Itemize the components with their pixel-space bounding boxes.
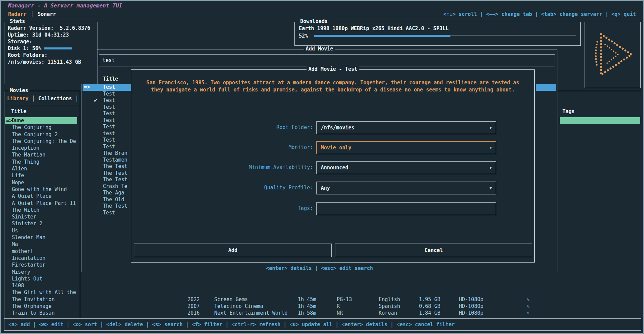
- monitor-value: Movie only: [321, 145, 351, 151]
- selection-arrow: [6, 227, 12, 234]
- movie-title: 1408: [12, 282, 24, 289]
- search-result-row[interactable]: Test: [83, 91, 131, 98]
- selection-arrow: [83, 190, 94, 196]
- search-result-row[interactable]: Test: [83, 110, 131, 117]
- selection-arrow: [6, 145, 12, 151]
- cell-size: 1.84 GB: [419, 310, 440, 316]
- result-title: The Bran: [103, 150, 131, 157]
- search-result-row[interactable]: The Test: [83, 203, 131, 210]
- tab-collections[interactable]: Collections: [38, 96, 72, 102]
- disk-usage-row: Disk 1: 56%: [8, 45, 94, 52]
- search-result-row[interactable]: Test: [83, 210, 131, 216]
- movie-list-item[interactable]: Alien: [5, 165, 80, 172]
- selection-arrow: [83, 163, 94, 170]
- root-folder-select[interactable]: /nfs/movies▼: [316, 121, 496, 134]
- search-result-row[interactable]: The Aga: [83, 190, 131, 196]
- movie-list-item[interactable]: Sinister 2: [5, 220, 80, 227]
- tab-sonarr[interactable]: Sonarr: [38, 11, 56, 17]
- library-table-row[interactable]: 2022Screen Gems1h 45mPG-13English1.95 GB…: [1, 296, 643, 303]
- movie-list-item[interactable]: A Quiet Place Part II: [5, 200, 80, 207]
- check-icon: [94, 170, 103, 177]
- search-result-row[interactable]: ✔Test: [83, 97, 131, 104]
- movie-list-item[interactable]: The Witch: [5, 207, 80, 213]
- selection-arrow: [83, 176, 94, 183]
- movie-list-item[interactable]: Ma: [5, 241, 80, 248]
- movie-list-item[interactable]: 1408: [5, 282, 80, 289]
- monitor-select[interactable]: Movie only▼: [316, 141, 496, 154]
- movie-list-item[interactable]: The Conjuring 2: [5, 131, 80, 138]
- search-result-row[interactable]: Test: [83, 104, 131, 111]
- minimum-availability-select[interactable]: Announced▼: [316, 161, 496, 174]
- movie-list-item[interactable]: Slender Man: [5, 234, 80, 241]
- chevron-down-icon: ▼: [489, 186, 492, 190]
- movies-panel: Movies Library │ Collections │ Title =>D…: [4, 91, 80, 318]
- download-item-title: Earth 1998 1080p WEBRip x265 Hindi AAC2.…: [299, 25, 576, 32]
- movie-list-item[interactable]: The Conjuring: [5, 124, 80, 131]
- search-result-row[interactable]: Test: [83, 117, 131, 124]
- cancel-button[interactable]: Cancel: [335, 244, 532, 257]
- selection-arrow: [6, 172, 12, 179]
- library-table-row[interactable]: 2007Telecinco Cinema1h 45mRSpanish0.68 G…: [1, 303, 643, 310]
- movie-list-item[interactable]: Incantation: [5, 255, 80, 262]
- selection-arrow: [83, 210, 94, 216]
- check-icon: ✔: [94, 97, 103, 104]
- movie-list-item[interactable]: mother!: [5, 248, 80, 255]
- selection-arrow: [83, 203, 94, 210]
- cell-rating: PG-13: [337, 296, 352, 303]
- movie-list-item[interactable]: Nope: [5, 179, 80, 186]
- check-icon: [94, 130, 103, 137]
- chevron-down-icon: ▼: [489, 146, 492, 150]
- movie-list-item[interactable]: Gone with the Wind: [5, 186, 80, 193]
- search-result-row[interactable]: The Test: [83, 163, 131, 170]
- search-result-row[interactable]: Test: [83, 144, 131, 150]
- search-result-row[interactable]: test: [83, 130, 131, 137]
- search-result-row[interactable]: Test: [83, 137, 131, 144]
- library-table-row[interactable]: 2016Next Entertainment World1h 58mNRKore…: [1, 310, 643, 316]
- check-icon: [94, 144, 103, 150]
- search-result-row[interactable]: The Test: [83, 176, 131, 183]
- movie-list-item[interactable]: A Quiet Place: [5, 193, 80, 200]
- tab-library[interactable]: Library: [7, 96, 28, 102]
- search-result-row[interactable]: The Bran: [83, 150, 131, 157]
- movie-title: Lights Out: [12, 275, 42, 282]
- movie-search-input[interactable]: test: [99, 54, 555, 66]
- uptime: Uptime: 31d 04:31:23: [8, 32, 94, 38]
- movie-title: Us: [12, 227, 18, 234]
- movie-list-item[interactable]: =>Dune: [5, 117, 77, 124]
- cell-year: 2022: [187, 296, 200, 303]
- movie-title: Alien: [12, 165, 27, 172]
- download-progress-row: 52%: [299, 32, 576, 40]
- tab-radarr[interactable]: Radarr: [8, 11, 26, 17]
- movie-title: The Conjuring 2: [12, 131, 58, 138]
- result-title: The Test: [103, 176, 131, 183]
- selection-arrow: [83, 157, 94, 164]
- add-button[interactable]: Add: [134, 244, 332, 257]
- result-title: Crash Te: [103, 183, 131, 190]
- movie-list-item[interactable]: Life: [5, 172, 80, 179]
- root-folder-value: /nfs/movies: [321, 125, 354, 131]
- movie-list-item[interactable]: Lights Out: [5, 275, 80, 282]
- search-result-row[interactable]: Testamen: [83, 157, 131, 164]
- movie-list-item[interactable]: Sinister: [5, 213, 80, 220]
- search-result-row[interactable]: The Test: [83, 170, 131, 177]
- title-column-header: Title: [11, 108, 26, 114]
- quality-profile-value: Any: [321, 185, 330, 191]
- movie-list-item[interactable]: Misery: [5, 269, 80, 275]
- cell-size: 0.68 GB: [419, 303, 440, 310]
- movie-list-item[interactable]: Us: [5, 227, 80, 234]
- movie-list-item[interactable]: The Martian: [5, 151, 80, 158]
- movie-list-item[interactable]: Inception: [5, 145, 80, 151]
- tags-input[interactable]: [316, 202, 496, 215]
- search-result-row[interactable]: Crash Te: [83, 183, 131, 190]
- movie-list-item[interactable]: The Conjuring: The De: [5, 138, 80, 145]
- search-result-row[interactable]: The Old: [83, 196, 131, 203]
- movie-list-item[interactable]: Firestarter: [5, 262, 80, 268]
- search-result-row[interactable]: =>Test: [83, 84, 131, 91]
- movie-list-item[interactable]: The Girl with All the: [5, 289, 80, 296]
- check-icon: [94, 124, 103, 130]
- search-result-row[interactable]: Test: [83, 124, 131, 130]
- movie-title: A Quiet Place: [12, 193, 51, 200]
- quality-profile-select[interactable]: Any▼: [316, 182, 496, 194]
- movie-list-item[interactable]: The Thing: [5, 159, 80, 165]
- selection-arrow: [6, 165, 12, 172]
